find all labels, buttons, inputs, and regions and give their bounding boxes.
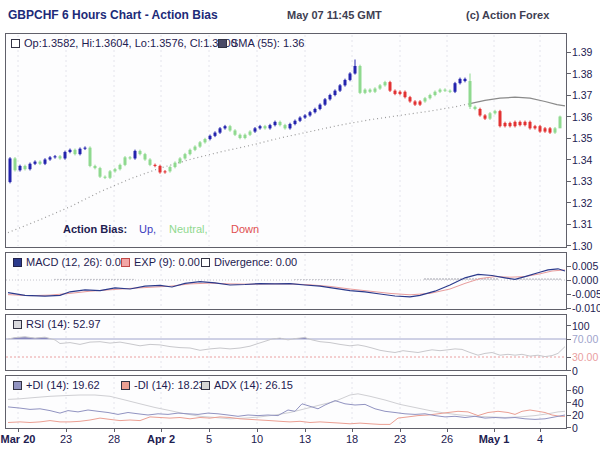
y-axis-tick	[567, 245, 571, 246]
x-axis-label: 23	[378, 433, 422, 445]
x-axis-label: 26	[425, 433, 469, 445]
divergence-legend-label: Divergence: 0.00	[214, 256, 297, 268]
adx-legend-label: ADX (14): 26.15	[214, 379, 293, 391]
x-axis-tick	[305, 429, 306, 432]
exp-swatch-icon	[121, 258, 130, 267]
macd-panel: MACD (12, 26): 0.00 EXP (9): 0.00 Diverg…	[5, 252, 567, 310]
y-axis-tick	[567, 294, 571, 295]
x-axis-label: Mar 20	[0, 433, 40, 445]
x-axis-tick	[161, 429, 162, 432]
y-axis-tick	[567, 308, 571, 309]
x-axis-label: May 1	[472, 433, 516, 445]
x-axis-tick	[257, 429, 258, 432]
y-axis-tick	[567, 159, 571, 160]
y-axis-label: 0	[572, 365, 578, 377]
x-axis-tick	[18, 429, 19, 432]
plus-di-swatch-icon	[13, 381, 22, 390]
action-bias-up-label: Up,	[139, 223, 156, 235]
y-axis-label: 60	[572, 384, 584, 396]
y-axis-label: -0.010	[572, 302, 600, 314]
y-axis-tick	[567, 280, 571, 281]
y-axis-label: 30.00	[572, 351, 598, 363]
action-bias-neutral-label: Neutral,	[169, 223, 208, 235]
x-axis-tick	[540, 429, 541, 432]
y-axis-label: 0.005	[572, 260, 598, 272]
y-axis-label: 1.38	[572, 68, 592, 80]
x-axis-tick	[114, 429, 115, 432]
macd-swatch-icon	[13, 258, 22, 267]
plus-di-legend-label: +DI (14): 19.62	[26, 379, 100, 391]
x-axis-label: 18	[330, 433, 374, 445]
rsi-swatch-icon	[13, 320, 22, 329]
sma-swatch-icon	[218, 39, 227, 48]
y-axis-tick	[567, 325, 571, 326]
sma-legend-label: SMA (55): 1.36	[231, 37, 304, 49]
plus-di-legend: +DI (14): 19.62	[13, 379, 100, 391]
y-axis-tick	[567, 52, 571, 53]
x-axis-label: 4	[518, 433, 562, 445]
forex-chart-screenshot: { "header": { "title": "GBPCHF 6 Hours C…	[0, 0, 600, 451]
y-axis-label: 1.37	[572, 89, 592, 101]
y-axis-tick	[567, 224, 571, 225]
y-axis-label: 40	[572, 397, 584, 409]
y-axis-label: 1.34	[572, 154, 592, 166]
y-axis-tick	[567, 266, 571, 267]
rsi-legend-label: RSI (14): 52.97	[26, 318, 101, 330]
y-axis-tick	[567, 202, 571, 203]
y-axis-tick	[567, 390, 571, 391]
x-axis-tick	[209, 429, 210, 432]
y-axis-label: 0	[572, 422, 578, 434]
copyright: (c) Action Forex	[466, 9, 549, 21]
exp-legend-label: EXP (9): 0.00	[134, 256, 200, 268]
y-axis-tick	[567, 116, 571, 117]
y-axis-label: 70.00	[572, 333, 598, 345]
sma-legend: SMA (55): 1.36	[218, 37, 304, 49]
adx-swatch-icon	[201, 381, 210, 390]
rsi-panel: RSI (14): 52.97	[5, 314, 567, 371]
x-axis-tick	[447, 429, 448, 432]
macd-legend-label: MACD (12, 26): 0.00	[26, 256, 127, 268]
dmi-panel: +DI (14): 19.62 -DI (14): 18.23 ADX (14)…	[5, 375, 567, 429]
y-axis-tick	[567, 402, 571, 403]
minus-di-legend: -DI (14): 18.23	[121, 379, 205, 391]
divergence-legend: Divergence: 0.00	[201, 256, 297, 268]
minus-di-swatch-icon	[121, 381, 130, 390]
x-axis-label: 10	[235, 433, 279, 445]
y-axis-tick	[567, 339, 571, 340]
minus-di-legend-label: -DI (14): 18.23	[134, 379, 205, 391]
adx-legend: ADX (14): 26.15	[201, 379, 293, 391]
page-title: GBPCHF 6 Hours Chart - Action Bias	[8, 8, 218, 22]
y-axis-tick	[567, 73, 571, 74]
y-axis-label: 1.31	[572, 218, 592, 230]
y-axis-tick	[567, 357, 571, 358]
ohlc-legend: Op:1.3582, Hi:1.3604, Lo:1.3576, Cl:1.36…	[11, 37, 237, 49]
y-axis-label: 1.33	[572, 175, 592, 187]
x-axis-label: 5	[187, 433, 231, 445]
y-axis-tick	[567, 370, 571, 371]
x-axis-tick	[494, 429, 495, 432]
x-axis-tick	[66, 429, 67, 432]
y-axis-tick	[567, 95, 571, 96]
action-bias-label: Action Bias:	[63, 223, 127, 235]
y-axis-tick	[567, 138, 571, 139]
y-axis-tick	[567, 415, 571, 416]
y-axis-label: 0.000	[572, 274, 598, 286]
x-axis-label: 13	[283, 433, 327, 445]
exp-legend: EXP (9): 0.00	[121, 256, 200, 268]
x-axis-tick	[400, 429, 401, 432]
y-axis-label: 1.32	[572, 197, 592, 209]
rsi-legend: RSI (14): 52.97	[13, 318, 101, 330]
y-axis-label: -0.005	[572, 288, 600, 300]
ohlc-legend-label: Op:1.3582, Hi:1.3604, Lo:1.3576, Cl:1.36…	[24, 37, 237, 49]
y-axis-label: 100	[572, 320, 590, 332]
macd-legend: MACD (12, 26): 0.00	[13, 256, 127, 268]
x-axis-tick	[352, 429, 353, 432]
y-axis-label: 20	[572, 409, 584, 421]
y-axis-tick	[567, 181, 571, 182]
y-axis-label: 1.36	[572, 111, 592, 123]
candlestick-chart	[6, 34, 566, 247]
y-axis-label: 1.39	[572, 46, 592, 58]
y-axis-tick	[567, 427, 571, 428]
action-bias-down-label: Down	[231, 223, 259, 235]
price-chart-panel: Op:1.3582, Hi:1.3604, Lo:1.3576, Cl:1.36…	[5, 33, 567, 248]
